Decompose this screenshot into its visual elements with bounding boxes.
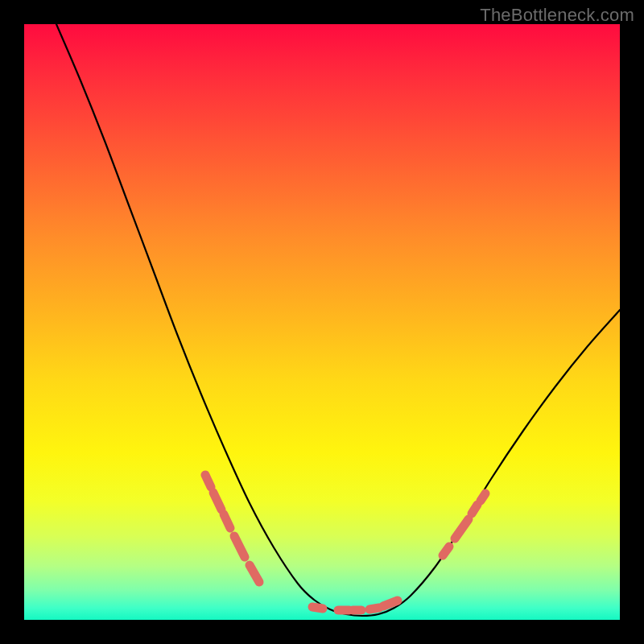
dash-segment [234,536,245,557]
dash-segment [205,475,211,487]
dash-segment [312,607,323,609]
dash-segment [481,493,485,501]
dash-overlay-group [205,475,485,610]
chart-stage: TheBottleneck.com [0,0,644,644]
plot-area [24,24,620,620]
dash-segment [369,608,379,609]
curve-layer [24,24,620,620]
watermark-text: TheBottleneck.com [480,5,634,26]
dash-segment [250,565,259,582]
dash-segment [472,505,477,514]
dash-segment [224,514,230,528]
dash-segment [383,601,398,606]
dash-segment [455,519,469,539]
bottleneck-curve [56,24,620,616]
dash-segment [443,547,449,555]
dash-segment [213,493,221,510]
